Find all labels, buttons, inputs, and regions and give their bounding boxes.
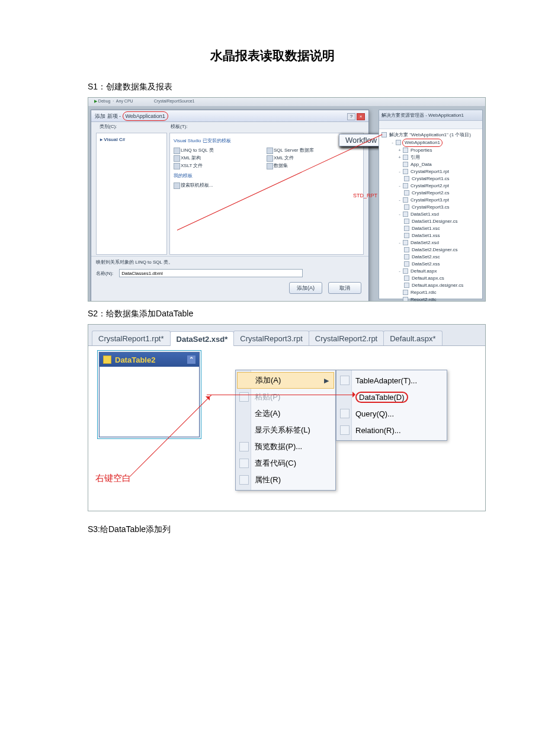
templates-section-installed: Visual Studio 已安装的模板	[174, 137, 360, 145]
tree-node[interactable]: +Properties	[382, 147, 481, 154]
datatable-card[interactable]: DataTable2 ⌃	[99, 352, 200, 437]
close-icon[interactable]: ×	[357, 113, 365, 120]
menu-item-show-relations[interactable]: 显示关系标签(L)	[236, 422, 335, 438]
collapse-icon[interactable]: ⌃	[187, 355, 195, 364]
step-2-label: S2：给数据集添加DataTable	[88, 309, 457, 319]
solution-explorer-toolbar[interactable]	[379, 121, 482, 129]
report-source: CrystalReportSource1	[154, 99, 195, 103]
tree-node[interactable]: DataSet1.xsc	[382, 225, 481, 232]
templates-section-my: 我的模板	[174, 172, 360, 180]
dialog-window-buttons[interactable]: ?×	[346, 110, 365, 122]
solution-explorer-title: 解决方案资源管理器 - WebApplication1	[379, 110, 482, 121]
step-1-label: S1：创建数据集及报表	[88, 82, 457, 92]
annotation-arrowhead-2b	[352, 392, 358, 398]
project-icon	[396, 140, 401, 145]
categories-label: 类别(C):	[100, 123, 171, 132]
tree-node[interactable]: Default.aspx.cs	[382, 275, 481, 282]
submenu-item-relation[interactable]: Relation(R)...	[336, 422, 447, 438]
solution-explorer[interactable]: 解决方案资源管理器 - WebApplication1 解决方案 "WebApp…	[379, 110, 483, 299]
tree-node[interactable]: CrystalReport2.cs	[382, 190, 481, 197]
tab-item[interactable]: CrystalReport1.rpt*	[92, 331, 171, 345]
code-icon	[239, 459, 249, 468]
doc-title: 水晶报表读取数据说明	[88, 47, 457, 64]
template-item[interactable]: SQL Server 数据库	[267, 146, 360, 154]
help-icon[interactable]: ?	[347, 113, 355, 120]
tree-node[interactable]: DataSet2.xsc	[382, 254, 481, 261]
tree-node[interactable]: DataSet1.xss	[382, 232, 481, 239]
menu-item-view-code[interactable]: 查看代码(C)	[236, 455, 335, 472]
templates-label: 模板(T):	[171, 123, 187, 132]
paste-icon	[239, 392, 249, 402]
tree-node[interactable]: Default.aspx.designer.cs	[382, 282, 481, 289]
tree-node[interactable]: -CrystalReport3.rpt	[382, 197, 481, 204]
submenu-item-query[interactable]: Query(Q)...	[336, 405, 447, 422]
tree-node[interactable]: +引用	[382, 154, 481, 161]
name-label: 名称(N):	[96, 270, 113, 277]
properties-icon	[239, 475, 249, 485]
solution-icon	[382, 132, 387, 137]
screenshot-1: ▶ Debug · Any CPU CrystalReportSource1 添…	[88, 97, 486, 302]
tableadapter-icon	[340, 376, 350, 385]
template-list[interactable]: Visual Studio 已安装的模板 LINQ to SQL 类 XML 架…	[169, 133, 364, 255]
template-item[interactable]: XSLT 文件	[174, 162, 267, 169]
dataset-designer-surface[interactable]: DataTable2 ⌃ 添加(A)▶ 粘贴(P) 全选(A) 显示关系标签(L…	[88, 346, 485, 511]
annotation-right-click-blank: 右键空白	[95, 473, 131, 484]
template-item[interactable]: LINQ to SQL 类	[174, 146, 267, 154]
annotation-line-2b	[207, 395, 355, 395]
tree-node[interactable]: Report1.rdlc	[382, 289, 481, 296]
menu-item-properties[interactable]: 属性(R)	[236, 472, 335, 488]
menu-item-paste: 粘贴(P)	[236, 389, 335, 405]
tree-node[interactable]: Report2.rdlc	[382, 296, 481, 302]
tree-node[interactable]: DataSet1.Designer.cs	[382, 218, 481, 225]
category-tree[interactable]: ▸ Visual C# Web Windows Forms WPF 常规 代码 …	[96, 133, 167, 255]
tree-node[interactable]: -CrystalReport2.rpt	[382, 182, 481, 190]
submenu-item-tableadapter[interactable]: TableAdapter(T)...	[336, 372, 447, 389]
add-button[interactable]: 添加(A)	[289, 282, 322, 294]
tab-item[interactable]: Default.aspx*	[383, 331, 442, 345]
tree-node[interactable]: DataSet2.Designer.cs	[382, 246, 481, 254]
preview-icon	[239, 442, 249, 451]
dialog-title-prefix: 添加 新项 -	[95, 113, 123, 119]
cat-root[interactable]: ▸ Visual C#	[100, 136, 165, 143]
document-tabs[interactable]: CrystalReport1.rpt* DataSet2.xsd* Crysta…	[88, 325, 485, 346]
query-icon	[340, 409, 350, 418]
template-description: 映射到关系对象的 LINQ to SQL 类。	[91, 256, 368, 267]
tree-node[interactable]: -DataSet1.xsd	[382, 211, 481, 218]
tree-node[interactable]: CrystalReport3.cs	[382, 204, 481, 211]
vs-toolbar: ▶ Debug · Any CPU CrystalReportSource1	[88, 98, 485, 106]
submenu-arrow-icon: ▶	[324, 377, 329, 385]
template-item[interactable]: XML 文件	[267, 154, 360, 162]
cpu-config: Any CPU	[116, 99, 133, 103]
template-item[interactable]: XML 架构	[174, 154, 267, 162]
dialog-title-app: WebApplication1	[123, 111, 168, 121]
tree-node[interactable]: -Default.aspx	[382, 268, 481, 275]
context-menu[interactable]: 添加(A)▶ 粘贴(P) 全选(A) 显示关系标签(L) 预览数据(P)... …	[235, 370, 336, 491]
relation-icon	[340, 425, 350, 435]
menu-item-select-all[interactable]: 全选(A)	[236, 405, 335, 422]
datatable-icon	[103, 355, 111, 364]
menu-item-add[interactable]: 添加(A)▶	[237, 372, 334, 389]
run-config: Debug	[98, 99, 111, 103]
tab-item[interactable]: CrystalReport3.rpt	[233, 331, 309, 345]
tree-node[interactable]: -DataSet2.xsd	[382, 239, 481, 246]
tree-node[interactable]: DataSet2.xss	[382, 261, 481, 268]
tree-node[interactable]: App_Data	[382, 161, 481, 168]
annotation-text: STD_RPT	[353, 193, 377, 198]
solution-root[interactable]: 解决方案 "WebApplication1" (1 个项目)	[388, 132, 471, 139]
datatable-name: DataTable2	[115, 355, 155, 364]
screenshot-2: CrystalReport1.rpt* DataSet2.xsd* Crysta…	[88, 324, 486, 511]
tree-node[interactable]: -CrystalReport1.rpt	[382, 168, 481, 175]
tab-item[interactable]: CrystalReport2.rpt	[309, 331, 384, 345]
name-field[interactable]	[119, 269, 303, 277]
add-submenu[interactable]: TableAdapter(T)... DataTable(D) Query(Q)…	[336, 370, 447, 441]
project-node[interactable]: WebApplication1	[402, 139, 443, 147]
menu-item-preview-data[interactable]: 预览数据(P)...	[236, 438, 335, 455]
cancel-button[interactable]: 取消	[328, 282, 361, 294]
tab-item-active[interactable]: DataSet2.xsd*	[170, 331, 235, 346]
step-3-label: S3:给DataTable添加列	[88, 524, 457, 535]
solution-tree[interactable]: 解决方案 "WebApplication1" (1 个项目) -WebAppli…	[379, 129, 482, 302]
tree-node[interactable]: CrystalReport1.cs	[382, 175, 481, 182]
